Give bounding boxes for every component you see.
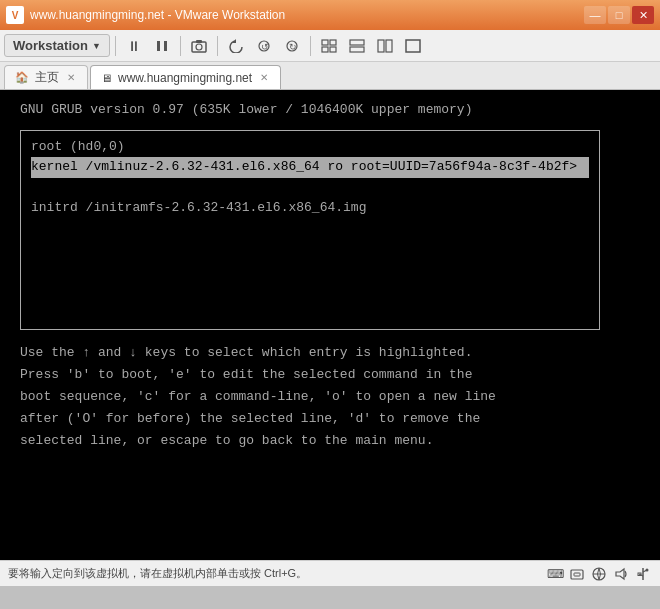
usb-icon (634, 565, 652, 583)
svg-rect-13 (330, 47, 336, 52)
network-icon (590, 565, 608, 583)
svg-point-27 (646, 568, 649, 571)
svg-marker-23 (616, 569, 624, 579)
svg-point-3 (196, 44, 202, 50)
svg-rect-1 (164, 41, 167, 51)
svg-rect-18 (406, 40, 420, 52)
back-button[interactable]: ↺ (251, 33, 277, 59)
vm-tab[interactable]: 🖥 www.huangmingming.net ✕ (90, 65, 281, 89)
minimize-button[interactable]: — (584, 6, 606, 24)
grub-instruction-line: Use the ↑ and ↓ keys to select which ent… (20, 342, 600, 364)
snapshot-button[interactable] (186, 33, 212, 59)
grub-instruction-line: selected line, or escape to go back to t… (20, 430, 600, 452)
window-icon: V (6, 6, 24, 24)
forward-button[interactable]: ↻ (279, 33, 305, 59)
svg-rect-16 (378, 40, 384, 52)
toolbar-separator-2 (180, 36, 181, 56)
svg-text:↻: ↻ (289, 42, 297, 52)
svg-marker-5 (232, 39, 236, 43)
tab-bar: 🏠 主页 ✕ 🖥 www.huangmingming.net ✕ (0, 62, 660, 90)
workstation-menu[interactable]: Workstation ▼ (4, 34, 110, 57)
svg-rect-0 (157, 41, 160, 51)
disk-icon (568, 565, 586, 583)
svg-rect-4 (196, 40, 202, 43)
svg-rect-17 (386, 40, 392, 52)
grub-menu-item: root (hd0,0) (31, 139, 125, 154)
svg-rect-12 (322, 47, 328, 52)
home-tab[interactable]: 🏠 主页 ✕ (4, 65, 88, 89)
keyboard-icon: ⌨ (546, 565, 564, 583)
grub-instruction-line: boot sequence, 'c' for a command-line, '… (20, 386, 600, 408)
title-bar: V www.huangmingming.net - VMware Worksta… (0, 0, 660, 30)
toolbar-separator-3 (217, 36, 218, 56)
svg-rect-11 (330, 40, 336, 45)
vm-tab-label: www.huangmingming.net (118, 71, 252, 85)
play-button[interactable] (149, 33, 175, 59)
svg-rect-10 (322, 40, 328, 45)
svg-rect-15 (350, 47, 364, 52)
vm-tab-close[interactable]: ✕ (258, 71, 270, 84)
toolbar-separator-1 (115, 36, 116, 56)
toolbar-separator-4 (310, 36, 311, 56)
title-controls: — □ ✕ (584, 6, 654, 24)
fullscreen-button[interactable] (400, 33, 426, 59)
view-button-2[interactable] (344, 33, 370, 59)
svg-rect-14 (350, 40, 364, 45)
close-button[interactable]: ✕ (632, 6, 654, 24)
title-text: www.huangmingming.net - VMware Workstati… (30, 8, 285, 22)
view-button-1[interactable] (316, 33, 342, 59)
title-bar-left: V www.huangmingming.net - VMware Worksta… (6, 6, 285, 24)
grub-menu-item: initrd /initramfs-2.6.32-431.el6.x86_64.… (31, 200, 366, 215)
grub-instruction-line: Press 'b' to boot, 'e' to edit the selec… (20, 364, 600, 386)
grub-menu-box: root (hd0,0)kernel /vmlinuz-2.6.32-431.e… (20, 130, 600, 330)
svg-rect-19 (571, 570, 583, 579)
grub-content: GNU GRUB version 0.97 (635K lower / 1046… (0, 90, 660, 560)
status-icons: ⌨ (546, 565, 652, 583)
maximize-button[interactable]: □ (608, 6, 630, 24)
home-tab-label: 主页 (35, 69, 59, 86)
svg-rect-20 (574, 573, 580, 576)
revert-button[interactable] (223, 33, 249, 59)
home-tab-close[interactable]: ✕ (65, 71, 77, 84)
home-icon: 🏠 (15, 71, 29, 84)
status-bar: 要将输入定向到该虚拟机，请在虚拟机内部单击或按 Ctrl+G。 ⌨ (0, 560, 660, 586)
svg-text:↺: ↺ (261, 42, 269, 52)
workstation-label: Workstation (13, 38, 88, 53)
speaker-icon (612, 565, 630, 583)
status-text: 要将输入定向到该虚拟机，请在虚拟机内部单击或按 Ctrl+G。 (8, 566, 540, 581)
vm-tab-icon: 🖥 (101, 72, 112, 84)
grub-instructions: Use the ↑ and ↓ keys to select which ent… (20, 342, 600, 452)
vm-screen[interactable]: GNU GRUB version 0.97 (635K lower / 1046… (0, 90, 660, 560)
menu-bar: Workstation ▼ ⏸ ↺ ↻ (0, 30, 660, 62)
pause-button[interactable]: ⏸ (121, 33, 147, 59)
workstation-chevron: ▼ (92, 41, 101, 51)
grub-instruction-line: after ('O' for before) the selected line… (20, 408, 600, 430)
grub-menu-item: kernel /vmlinuz-2.6.32-431.el6.x86_64 ro… (31, 157, 589, 178)
view-button-3[interactable] (372, 33, 398, 59)
grub-header: GNU GRUB version 0.97 (635K lower / 1046… (20, 100, 640, 120)
